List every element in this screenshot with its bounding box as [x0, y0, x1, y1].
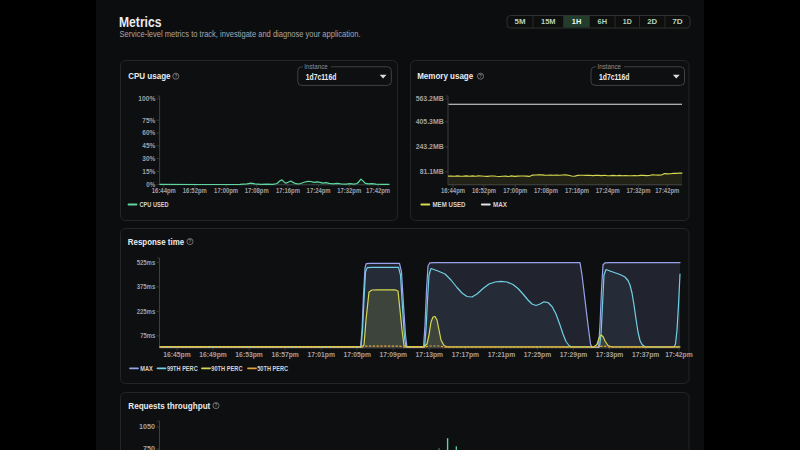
svg-text:17:37pm: 17:37pm [632, 350, 660, 359]
svg-text:17:42pm: 17:42pm [366, 187, 390, 195]
svg-text:45%: 45% [142, 142, 156, 149]
svg-text:17:42pm: 17:42pm [665, 350, 693, 359]
svg-text:17:21pm: 17:21pm [488, 350, 516, 359]
svg-text:17:08pm: 17:08pm [245, 187, 269, 195]
svg-text:17:13pm: 17:13pm [416, 350, 444, 359]
svg-text:1d7c116d: 1d7c116d [306, 72, 337, 82]
svg-text:17:32pm: 17:32pm [337, 187, 361, 195]
svg-text:17:33pm: 17:33pm [596, 350, 624, 359]
svg-text:Instance: Instance [304, 63, 328, 70]
svg-text:750: 750 [143, 445, 155, 450]
svg-text:17:24pm: 17:24pm [307, 187, 331, 195]
svg-text:?: ? [174, 74, 177, 79]
svg-text:17:17pm: 17:17pm [452, 350, 480, 359]
svg-text:2D: 2D [647, 17, 657, 26]
svg-text:17:29pm: 17:29pm [560, 350, 588, 359]
svg-text:Requests throughput: Requests throughput [128, 401, 210, 411]
svg-text:30%: 30% [142, 155, 156, 162]
svg-text:17:42pm: 17:42pm [655, 187, 679, 195]
svg-text:?: ? [189, 239, 192, 244]
svg-text:16:52pm: 16:52pm [472, 187, 496, 195]
svg-text:6H: 6H [598, 17, 608, 26]
svg-text:1050: 1050 [139, 423, 155, 430]
svg-text:17:05pm: 17:05pm [344, 350, 372, 359]
svg-text:100%: 100% [138, 95, 156, 102]
svg-text:Memory usage: Memory usage [417, 71, 473, 81]
svg-text:60%: 60% [142, 129, 156, 136]
svg-text:?: ? [215, 403, 218, 408]
svg-text:75%: 75% [142, 117, 156, 124]
svg-text:16:44pm: 16:44pm [152, 187, 176, 195]
svg-text:17:00pm: 17:00pm [503, 187, 527, 195]
svg-text:MAX: MAX [140, 365, 153, 372]
svg-text:563.2MB: 563.2MB [416, 95, 444, 102]
svg-text:17:09pm: 17:09pm [380, 350, 408, 359]
svg-text:17:08pm: 17:08pm [534, 187, 558, 195]
svg-text:5M: 5M [515, 17, 526, 26]
svg-text:Metrics: Metrics [119, 14, 162, 30]
svg-text:405.3MB: 405.3MB [416, 118, 444, 125]
svg-text:?: ? [479, 74, 482, 79]
svg-text:75ms: 75ms [140, 332, 155, 339]
svg-text:17:25pm: 17:25pm [524, 350, 552, 359]
svg-text:CPU USED: CPU USED [140, 201, 169, 208]
svg-text:16:49pm: 16:49pm [199, 350, 227, 359]
svg-text:MAX: MAX [493, 201, 507, 208]
svg-text:17:16pm: 17:16pm [276, 187, 300, 195]
svg-text:50TH PERC: 50TH PERC [257, 365, 288, 372]
svg-text:16:57pm: 16:57pm [271, 350, 299, 359]
svg-text:15%: 15% [142, 168, 156, 175]
svg-text:1D: 1D [623, 17, 632, 26]
svg-text:17:32pm: 17:32pm [626, 187, 650, 195]
svg-text:Service-level metrics to track: Service-level metrics to track, investig… [120, 29, 361, 39]
svg-text:375ms: 375ms [137, 283, 156, 290]
svg-text:81.1MB: 81.1MB [420, 168, 444, 175]
svg-text:16:44pm: 16:44pm [441, 187, 465, 195]
svg-text:MEM USED: MEM USED [433, 201, 466, 208]
svg-text:1H: 1H [572, 17, 582, 26]
svg-text:CPU usage: CPU usage [128, 71, 170, 81]
svg-text:16:53pm: 16:53pm [235, 350, 263, 359]
svg-text:17:16pm: 17:16pm [565, 187, 589, 195]
svg-text:16:52pm: 16:52pm [183, 187, 207, 195]
svg-text:225ms: 225ms [137, 308, 156, 315]
svg-text:17:24pm: 17:24pm [596, 187, 620, 195]
svg-text:17:00pm: 17:00pm [214, 187, 238, 195]
svg-text:16:45pm: 16:45pm [163, 350, 191, 359]
svg-text:Instance: Instance [598, 63, 622, 70]
svg-text:243.2MB: 243.2MB [416, 143, 444, 150]
svg-text:Response time: Response time [128, 237, 184, 247]
svg-text:17:01pm: 17:01pm [307, 350, 335, 359]
svg-text:7D: 7D [672, 17, 683, 26]
svg-text:525ms: 525ms [137, 259, 156, 266]
svg-text:1d7c116d: 1d7c116d [599, 72, 630, 82]
svg-text:90TH PERC: 90TH PERC [211, 365, 242, 372]
svg-text:15M: 15M [541, 17, 556, 26]
svg-text:99TH PERC: 99TH PERC [167, 365, 198, 372]
